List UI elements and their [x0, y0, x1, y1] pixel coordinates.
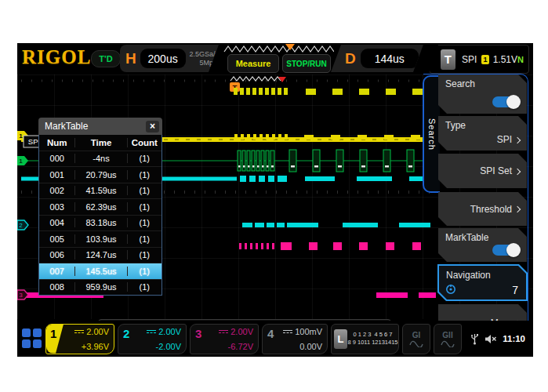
system-tray: 11:10	[470, 333, 528, 345]
channel-1-scale: 2.00V	[74, 327, 109, 336]
menu-item-threshold[interactable]: Threshold	[438, 192, 527, 226]
chevron-right-icon	[514, 169, 521, 175]
ch2-search-row	[242, 223, 430, 227]
table-row[interactable]: 005103.9us(1)	[39, 230, 161, 247]
measure-button[interactable]: Measure	[227, 54, 279, 73]
channel-2-scale: 2.00V	[147, 327, 181, 336]
col-count: Count	[128, 138, 161, 147]
oscilloscope-screen: RIGOL T'D H 200us 2.5GSa/s 5Mpts Measure…	[17, 43, 533, 357]
generator-1-box[interactable]: GI	[402, 324, 430, 354]
dc-coupling-icon	[74, 330, 84, 333]
trigger-status-badge: T'D	[91, 50, 121, 67]
trigger-source-badge: 1	[481, 55, 488, 64]
search-toggle[interactable]	[492, 96, 519, 107]
marktable-toggle[interactable]	[492, 245, 519, 256]
ch3-mark-row	[239, 242, 421, 250]
menu-item-marktable[interactable]: MarkTable	[438, 228, 527, 262]
trigger-level: 1.51V	[493, 54, 517, 65]
type-label: Type	[445, 120, 466, 131]
usb-icon	[470, 333, 479, 345]
channel-3-box[interactable]: 3 2.00V -6.72V	[190, 324, 259, 354]
horizontal-position-indicator	[223, 44, 334, 54]
channel-1-box[interactable]: 1 2.00V +3.96V	[45, 324, 114, 354]
mute-speaker-icon	[484, 334, 497, 344]
svg-text:3: 3	[19, 292, 23, 299]
search-region-indicator	[230, 77, 286, 82]
sine-icon	[409, 340, 423, 347]
trigger-panel[interactable]: T SPI 1 1.51V N	[429, 45, 529, 74]
table-row[interactable]: 000-4ns(1)	[39, 151, 161, 167]
header-bar: RIGOL T'D H 200us 2.5GSa/s 5Mpts Measure…	[17, 43, 533, 74]
chevron-right-icon	[514, 206, 521, 212]
navigation-panel: Navigation 7	[439, 266, 526, 299]
channel-4-offset: 0.00V	[299, 342, 322, 351]
logic-label: L	[334, 329, 347, 349]
dc-coupling-icon	[147, 330, 156, 333]
menu-item-type[interactable]: Type SPI	[438, 116, 527, 151]
menu-item-search[interactable]: Search	[438, 74, 527, 114]
table-row[interactable]: 00241.59us(1)	[39, 183, 161, 199]
channel-2-number: 2	[123, 327, 129, 340]
trigger-icon: T	[441, 49, 455, 70]
table-row[interactable]: 00362.39us(1)	[39, 198, 161, 215]
logic-channels-box[interactable]: L 0 1 2 3 4 5 6 78 9 1011 12131415	[331, 324, 399, 354]
trigger-slope: N	[517, 55, 524, 64]
navigation-value: 7	[512, 284, 518, 296]
sample-rate: 2.5GSa/s	[189, 50, 219, 58]
marktable-header-row: Num Time Count	[39, 135, 161, 151]
sidebar-tab-search[interactable]: Search	[423, 75, 440, 193]
marktable-title: MarkTable	[45, 121, 88, 132]
channel-3-scale: 2.00V	[219, 327, 253, 336]
svg-text:2: 2	[19, 222, 23, 229]
menu-item-navigation[interactable]: Navigation 7	[437, 264, 528, 301]
channel-2-offset: -2.00V	[156, 342, 181, 351]
channel-4-box[interactable]: 4 100mV 0.00V	[262, 324, 328, 354]
delay-value[interactable]: 144us	[361, 49, 419, 68]
ch2-position-flag[interactable]: 2	[17, 220, 28, 230]
menu-grid-icon[interactable]	[22, 328, 42, 349]
menu-item-spi-set[interactable]: SPI Set	[438, 154, 527, 188]
trigger-type: SPI	[462, 54, 477, 65]
chevron-right-icon	[514, 137, 521, 143]
table-row[interactable]: 006124.7us(1)	[39, 247, 161, 263]
channel-4-scale: 100mV	[283, 327, 322, 336]
ch3-position-flag[interactable]: 3	[17, 290, 28, 299]
marktable-titlebar[interactable]: MarkTable ×	[38, 118, 162, 135]
close-icon[interactable]: ×	[146, 121, 159, 132]
gen1-label: GI	[412, 331, 421, 339]
type-value: SPI	[497, 134, 520, 145]
threshold-value: Threshold	[470, 204, 520, 215]
delay-icon: D	[345, 50, 356, 67]
channel-4-number: 4	[267, 327, 274, 340]
sine-icon	[441, 340, 455, 347]
table-row-selected[interactable]: 007145.5us(1)	[39, 263, 161, 279]
svg-text:1: 1	[19, 132, 23, 140]
screenshot-root: RIGOL T'D H 200us 2.5GSa/s 5Mpts Measure…	[0, 0, 548, 392]
marktable-window[interactable]: MarkTable × Num Time Count 000-4ns(1) 00…	[38, 118, 162, 296]
toggle-knob-icon	[506, 95, 521, 109]
delay-panel[interactable]: D 144us	[331, 45, 423, 72]
decode-bus-flag[interactable]: 1	[17, 156, 28, 165]
channel-3-number: 3	[195, 327, 201, 340]
navigation-label: Navigation	[446, 270, 491, 281]
marktable-label: MarkTable	[445, 232, 488, 243]
sidebar-tab-label: Search	[427, 118, 437, 151]
dc-coupling-icon	[219, 330, 228, 333]
channel-2-box[interactable]: 2 2.00V -2.00V	[118, 324, 187, 354]
clock: 11:10	[503, 334, 525, 343]
marktable-grid: Num Time Count 000-4ns(1) 00120.79us(1) …	[38, 135, 162, 296]
col-time: Time	[75, 138, 127, 147]
table-row[interactable]: 008959.9us(1)	[39, 279, 161, 296]
table-row[interactable]: 00120.79us(1)	[39, 166, 161, 183]
horizontal-panel[interactable]: H 200us 2.5GSa/s 5Mpts	[120, 45, 219, 72]
stop-run-button[interactable]: STOP/RUN	[282, 54, 331, 73]
toggle-knob-icon	[506, 243, 521, 257]
table-row[interactable]: 00483.18us(1)	[39, 215, 161, 231]
memory-depth: 5Mpts	[199, 59, 219, 67]
generator-2-box[interactable]: GII	[434, 324, 462, 354]
gen2-label: GII	[442, 331, 452, 339]
timebase-value[interactable]: 200us	[140, 49, 186, 68]
horizontal-icon: H	[125, 50, 136, 67]
knob-icon	[445, 284, 456, 295]
channel-1-offset: +3.96V	[82, 342, 109, 351]
